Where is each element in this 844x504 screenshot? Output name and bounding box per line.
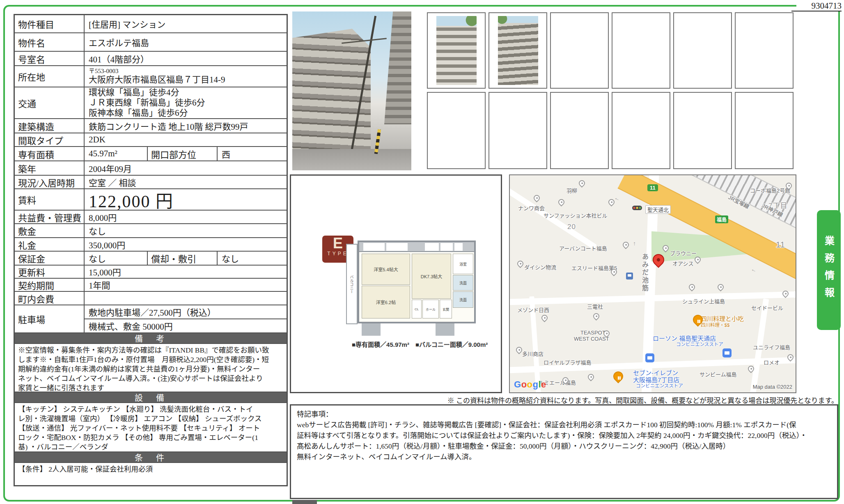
main-building-photo <box>292 11 411 170</box>
map-pin-icon <box>716 283 725 291</box>
restaurant-sublabel: 四川料理・$$ <box>701 321 729 328</box>
map-label: TEASPOT <box>580 330 605 336</box>
floorplan-drawing: 洋室5.4帖大 DK7.3帖大 浴室 洗面 洗面 洋室6.2帖 CL ホール 玄… <box>358 241 476 323</box>
cutoff-section-bar <box>292 500 317 504</box>
map-pin-icon <box>516 259 525 268</box>
map-pin-icon <box>532 194 541 202</box>
disclaimer-caption: ※ この資料は物件の概略紹介資料になります。写真、間取図面、設備、概要などが現況… <box>290 395 838 405</box>
map-label: WEST COAST <box>574 336 609 342</box>
store-icon <box>645 353 654 362</box>
property-sheet: 9304713 業務情報 物件種目[住居用] マンション 物件名エスポルテ福島 … <box>0 0 844 504</box>
table-row: 築年2004年09月 <box>15 161 287 176</box>
document-number: 9304713 <box>796 1 842 11</box>
map-label: シュライン上福島 <box>682 297 725 305</box>
room-wash2: 洗面 <box>453 291 473 308</box>
thumbnail-slot-empty <box>550 12 609 89</box>
thumbnail-slot-empty <box>673 12 732 89</box>
table-row: 町内会費 <box>15 292 287 305</box>
room-wash: 洗面 <box>453 275 473 291</box>
floor-area-line: ■専有面積／45.97m² ■バルコニー面積／9.00m² <box>352 340 488 348</box>
thumbnail-slot-empty <box>612 92 670 169</box>
thumbnail-photo-2 <box>489 12 547 89</box>
thumbnail-slot-empty <box>612 12 670 89</box>
table-row: 物件名エスポルテ福島 <box>15 33 287 52</box>
table-row: 所在地 〒553-0003 大阪府大阪市福島区福島７丁目14-9 <box>15 66 287 87</box>
thumbnail-photo-1 <box>427 12 486 89</box>
thumbnail-slot-empty <box>735 12 794 89</box>
map-label: ロメオ <box>764 358 780 366</box>
special-notes-box: 特記事項： webサービス広告掲載 [許可]・チラシ、雑誌等掲載広告 [要確認]… <box>290 404 838 499</box>
hall: ホール <box>422 300 439 318</box>
table-row: 契約期間1年間 <box>15 279 287 292</box>
balcony-strip: バルコニー <box>346 244 358 324</box>
bus-stop-label: 聖天通北 <box>645 205 671 214</box>
map-label: ユニライフ福島 <box>753 343 790 351</box>
floorplan-panel: E TYPE バルコニー 洋室5.4帖大 DK7.3帖大 浴室 洗面 洗面 洋室… <box>290 174 502 393</box>
table-row: 共益費・管理費8,000円 <box>15 211 287 224</box>
postal-code: 〒553-0003 <box>89 68 287 75</box>
table-row: 建築構造鉄筋コンクリート造 地上10階 総戸数99戸 <box>15 119 287 133</box>
section-bar-equipment: 設 備 <box>15 392 287 403</box>
section-bar-conditions: 条 件 <box>15 452 287 463</box>
thumbnail-slot-empty <box>427 92 486 169</box>
map-label: メゾンド日西 <box>517 306 549 314</box>
conditions-text: 【条件】 2人入居可能・保証会社利用必須 <box>15 463 287 485</box>
building-shape <box>384 11 411 124</box>
map-label: アーバンコート福島 <box>559 244 607 252</box>
table-row-rent: 賃料122,000 円 <box>15 189 287 211</box>
convenience-sublabel: コンビニエンスストア <box>636 382 683 389</box>
route-shield: 11 <box>647 184 658 191</box>
table-row: 交通 環状線「福島」徒歩4分 ＪＲ東西線「新福島」徒歩6分 阪神本線「福島」徒歩… <box>15 87 287 119</box>
map-label: ブラウニー <box>670 249 697 257</box>
table-row: 保証金 なし 償却・敷引 なし <box>15 252 287 266</box>
document-number-underline <box>791 11 842 11</box>
room-dk: DK7.3帖大 <box>412 254 451 299</box>
map-label: エスリード福島第5 <box>571 264 617 272</box>
map-label: オアシス <box>672 259 693 267</box>
map-label: セイドービル <box>751 304 783 312</box>
room-west1: 洋室5.4帖大 <box>362 254 410 285</box>
pillar <box>436 323 454 336</box>
table-row: 号室名401（4階部分） <box>15 52 287 66</box>
equipment-text: 【キッチン】 システムキッチン 【水廻り】 洗髪洗面化粧台・バス・トイ レ別・洗… <box>15 403 287 452</box>
remarks-text: ※空室情報・募集条件・案内方法等の確認は『ITANDI BB』で確認をお願い致 … <box>15 344 287 392</box>
google-logo: Google <box>514 379 546 390</box>
road-arrow-icon: ← <box>750 266 758 274</box>
map-pin-icon <box>540 314 549 322</box>
store-icon <box>722 348 732 357</box>
thumbnail-slot-empty <box>735 92 794 169</box>
map-pin-icon <box>592 312 601 321</box>
map-pin-icon <box>587 373 595 381</box>
side-tab-gyomu-joho: 業務情報 <box>817 210 841 330</box>
street <box>292 149 411 170</box>
address: 大阪府大阪市福島区福島７丁目14-9 <box>89 75 287 85</box>
map-pin-icon <box>622 241 630 249</box>
map-label: 羽柳 <box>566 186 577 194</box>
closet: CL <box>412 300 422 318</box>
map-pin-icon <box>688 283 696 291</box>
station-badge-fukushima: 福島 <box>715 215 728 223</box>
map-label: サンビーム福島 <box>700 370 737 378</box>
notes-title: 特記事項： <box>297 409 831 419</box>
table-row: 敷金なし <box>15 224 287 238</box>
route-number: 11 <box>776 240 785 250</box>
table-row-parking: 駐車場 敷地内駐車場／27,500円（税込） 機械式、敷金 50000円 <box>15 305 287 333</box>
room-bath: 浴室 <box>453 254 473 274</box>
thumbnail-slot-empty <box>489 92 547 169</box>
map-label: ナンワ商会 <box>518 204 545 212</box>
section-bar-remarks: 備 考 <box>15 333 287 344</box>
map-label: ロイヤルプラザ福島 <box>544 358 592 366</box>
pillar <box>362 323 381 336</box>
table-row: 専有面積 45.97m² 開口部方位 西 <box>15 147 287 161</box>
map-pin-icon <box>578 179 586 188</box>
convenience-sublabel: コンビニエンスストア <box>676 341 723 347</box>
table-row: 物件種目[住居用] マンション <box>15 15 287 33</box>
road-name-label: あみだ池筋 <box>640 253 649 292</box>
entrance: 玄関 <box>440 300 452 318</box>
location-map: 羽柳 ナンワ商会 サンファッション本社ビル 聖天通北 コーポ福島2号館 7丁目 … <box>509 174 796 393</box>
table-row: 礼金350,000円 <box>15 238 287 252</box>
map-label: ダイシン物流 <box>524 263 556 271</box>
map-label: 三電社 <box>587 302 603 310</box>
map-label: コーポ福島2号館 <box>750 186 790 194</box>
map-attribution: Map data ©2022 <box>753 384 792 390</box>
